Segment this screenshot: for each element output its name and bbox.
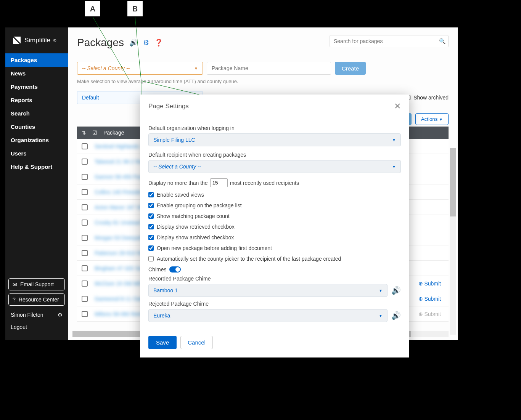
page-title: Packages bbox=[77, 37, 124, 49]
sidebar-bottom: ✉ Email Support ? Resource Center Simon … bbox=[5, 274, 68, 340]
row-checkbox[interactable] bbox=[82, 204, 88, 210]
search-wrap: 🔍 bbox=[330, 35, 449, 47]
cancel-button[interactable]: Cancel bbox=[180, 336, 213, 349]
caret-down-icon: ▼ bbox=[439, 117, 443, 122]
resource-center-button[interactable]: ? Resource Center bbox=[8, 293, 65, 306]
logout-link[interactable]: Logout bbox=[8, 321, 65, 333]
logo: Simplifile® bbox=[5, 27, 68, 53]
row-checkbox[interactable] bbox=[82, 281, 88, 287]
email-support-button[interactable]: ✉ Email Support bbox=[8, 278, 65, 290]
user-row[interactable]: Simon Fileton ⚙ bbox=[8, 309, 65, 321]
setting-checkbox[interactable] bbox=[148, 224, 154, 229]
setting-label: Automatically set the county picker to t… bbox=[157, 256, 341, 262]
nav-news[interactable]: News bbox=[5, 67, 68, 80]
create-button[interactable]: Create bbox=[335, 62, 366, 75]
setting-checkbox[interactable] bbox=[148, 192, 154, 197]
logo-text: Simplifile bbox=[24, 37, 50, 44]
setting-checkbox[interactable] bbox=[148, 213, 154, 219]
row-checkbox[interactable] bbox=[82, 174, 88, 180]
mail-icon: ✉ bbox=[13, 281, 17, 287]
nav-users[interactable]: Users bbox=[5, 147, 68, 160]
row-checkbox[interactable] bbox=[82, 311, 88, 317]
check-all-icon[interactable]: ☑ bbox=[92, 130, 97, 136]
volume-icon[interactable]: 🔊 bbox=[129, 38, 138, 47]
default-recipient-select[interactable]: -- Select a County -- ▼ bbox=[148, 160, 401, 173]
setting-checkbox-row: Enable grouping on the package list bbox=[148, 202, 401, 208]
modal-header: Page Settings ✕ bbox=[140, 95, 409, 118]
sidebar: Simplifile® Packages News Payments Repor… bbox=[5, 27, 68, 340]
submit-link: ⊕ Submit bbox=[418, 311, 441, 317]
setting-label: Open new package before adding first doc… bbox=[157, 245, 272, 251]
row-checkbox[interactable] bbox=[82, 235, 88, 241]
recorded-chime-label: Recorded Package Chime bbox=[148, 276, 401, 282]
play-recorded-chime-icon[interactable]: 🔊 bbox=[391, 286, 401, 295]
nav-organizations[interactable]: Organizations bbox=[5, 133, 68, 147]
setting-checkbox-row: Automatically set the county picker to t… bbox=[148, 256, 401, 262]
row-checkbox[interactable] bbox=[82, 220, 88, 226]
close-icon[interactable]: ✕ bbox=[394, 101, 401, 111]
rejected-chime-label: Rejected Package Chime bbox=[148, 301, 401, 307]
rejected-chime-select[interactable]: Eureka ▼ bbox=[148, 309, 388, 322]
county-select[interactable]: -- Select a County -- ▼ bbox=[77, 62, 203, 75]
caret-down-icon: ▼ bbox=[379, 314, 383, 318]
user-name: Simon Fileton bbox=[11, 312, 43, 318]
row-checkbox[interactable] bbox=[82, 143, 88, 149]
recorded-chime-row: Bamboo 1 ▼ 🔊 bbox=[148, 284, 401, 297]
nav-reports[interactable]: Reports bbox=[5, 93, 68, 107]
logo-icon bbox=[12, 36, 21, 45]
hint-text: Make selection to view average turnaroun… bbox=[77, 79, 449, 84]
scrollbar-vertical[interactable] bbox=[450, 148, 456, 335]
setting-label: Display show archived checkbox bbox=[157, 234, 234, 240]
setting-checkbox-row: Open new package before adding first doc… bbox=[148, 245, 401, 251]
default-org-label: Default organization when logging in bbox=[148, 125, 401, 131]
caret-down-icon: ▼ bbox=[194, 66, 198, 71]
actions-button[interactable]: Actions ▼ bbox=[415, 113, 449, 125]
setting-checkbox[interactable] bbox=[148, 245, 154, 251]
nav-search[interactable]: Search bbox=[5, 107, 68, 120]
setting-checkbox[interactable] bbox=[148, 256, 154, 261]
page-settings-modal: Page Settings ✕ Default organization whe… bbox=[140, 95, 409, 357]
callout-a: A bbox=[85, 1, 101, 17]
caret-down-icon: ▼ bbox=[392, 138, 396, 142]
show-archived-toggle[interactable]: ☐ Show archived bbox=[406, 95, 449, 101]
gear-icon[interactable]: ⚙ bbox=[143, 38, 149, 47]
row-checkbox[interactable] bbox=[82, 265, 88, 271]
recent-count-input[interactable] bbox=[210, 178, 228, 187]
nav-counties[interactable]: Counties bbox=[5, 120, 68, 133]
row-checkbox[interactable] bbox=[82, 189, 88, 195]
col-package[interactable]: Package bbox=[103, 130, 124, 136]
setting-checkbox-row: Display show archived checkbox bbox=[148, 234, 401, 240]
gear-icon[interactable]: ⚙ bbox=[58, 312, 63, 318]
nav-help[interactable]: Help & Support bbox=[5, 160, 68, 173]
caret-down-icon: ▼ bbox=[379, 289, 383, 293]
chimes-row: Chimes bbox=[148, 266, 401, 273]
search-icon: 🔍 bbox=[439, 38, 445, 44]
help-circle-icon: ? bbox=[13, 297, 16, 303]
recorded-chime-select[interactable]: Bamboo 1 ▼ bbox=[148, 284, 388, 297]
rejected-chime-row: Eureka ▼ 🔊 bbox=[148, 309, 401, 322]
default-org-select[interactable]: Simple Filing LLC ▼ bbox=[148, 133, 401, 146]
submit-link[interactable]: ⊕ Submit bbox=[418, 281, 441, 287]
default-recipient-label: Default recipient when creating packages bbox=[148, 152, 401, 158]
play-rejected-chime-icon[interactable]: 🔊 bbox=[391, 311, 401, 320]
nav-packages[interactable]: Packages bbox=[5, 53, 68, 67]
nav-payments[interactable]: Payments bbox=[5, 80, 68, 93]
sort-icon[interactable]: ⇅ bbox=[82, 130, 86, 136]
setting-checkbox[interactable] bbox=[148, 203, 154, 208]
callout-b: B bbox=[127, 1, 143, 17]
modal-body: Default organization when logging in Sim… bbox=[140, 118, 409, 330]
row-checkbox[interactable] bbox=[82, 159, 88, 165]
help-icon[interactable]: ❓ bbox=[154, 38, 163, 47]
row-checkbox[interactable] bbox=[82, 250, 88, 256]
package-name-input[interactable] bbox=[207, 62, 331, 75]
setting-checkbox[interactable] bbox=[148, 235, 154, 240]
setting-label: Show matching package count bbox=[157, 213, 230, 219]
row-checkbox[interactable] bbox=[82, 296, 88, 302]
save-button[interactable]: Save bbox=[148, 336, 177, 349]
recent-recipients-row: Display no more than the most recently u… bbox=[148, 178, 401, 187]
chimes-toggle[interactable] bbox=[169, 266, 181, 273]
setting-label: Enable saved views bbox=[157, 192, 204, 198]
modal-footer: Save Cancel bbox=[140, 330, 409, 357]
search-input[interactable] bbox=[330, 35, 449, 47]
submit-link[interactable]: ⊕ Submit bbox=[418, 296, 441, 302]
